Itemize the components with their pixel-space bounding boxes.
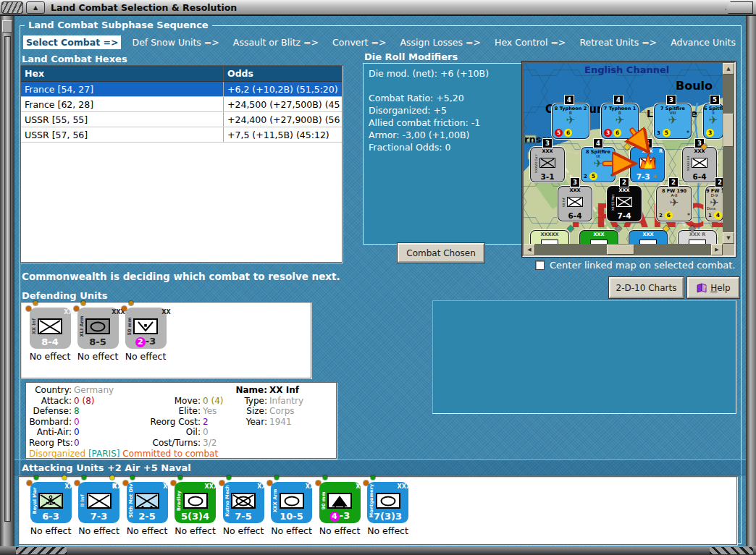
unit-effect-label: No effect — [269, 525, 315, 536]
subphase-step-2[interactable]: Def Snow Units => — [130, 35, 222, 49]
defending-unit-counter-1[interactable]: XX InfXXX8-4 — [30, 308, 71, 349]
attacking-unit-counter-3[interactable]: 50th Mot DivXX2-5 — [127, 482, 168, 523]
attacking-unit-counter-1[interactable]: Royal MarXXX6-3 — [30, 482, 72, 523]
unit-effect-label: No effect — [365, 525, 411, 536]
window-menu-icon[interactable] — [1, 1, 23, 14]
subphase-step-7[interactable]: Retreat Units => — [576, 35, 660, 49]
status-dot — [227, 475, 231, 480]
subphase-step-4[interactable]: Convert => — [329, 35, 389, 49]
unit-inf-symbol-icon — [567, 197, 583, 207]
unit-strength: 7(3)3 — [367, 511, 408, 522]
scroll-right-button[interactable]: ▶ — [711, 244, 723, 255]
odds-cell: +24,500 (+27,500B) (45 — [224, 97, 342, 111]
map-counter-partial-1[interactable]: XXXXX — [531, 231, 568, 244]
unit-motinf-symbol-icon — [135, 493, 159, 509]
subphase-step-5[interactable]: Assign Losses => — [398, 35, 484, 49]
attacking-unit-counter-6[interactable]: XXX ArmXXX10-5 — [271, 482, 312, 523]
subphase-step-8[interactable]: Advance Units — [668, 35, 739, 49]
hex-table-row-3[interactable]: USSR [55, 55]+24,400 (+27,900B) (56 — [21, 112, 342, 127]
status-dot — [34, 475, 38, 480]
horizontal-scroll-thumb[interactable] — [607, 245, 634, 255]
drm-line-6: Armor: -3,00 (+1,00B) — [369, 129, 522, 141]
stack-count-badge: 5 — [643, 139, 652, 148]
scroll-up-button[interactable]: ▲ — [723, 63, 734, 75]
drm-line-7: Fractional Odds: 0 — [369, 141, 522, 153]
titlebar[interactable]: ▲ Land Combat Selection & Resolution — [0, 0, 756, 16]
map-counter-6[interactable]: 8 SpitfireIX✈25* — [581, 148, 615, 182]
info-value: 0 — [74, 427, 140, 438]
info-label: Bombard: — [29, 417, 74, 428]
attacking-unit-counter-7[interactable]: 90 mmXX4-3 — [319, 482, 361, 523]
status-dot — [323, 475, 327, 480]
info-label: Year: — [235, 417, 269, 428]
unit-size-label: XXX — [629, 232, 667, 237]
column-header-hex[interactable]: Hex — [21, 66, 224, 81]
subphase-step-3[interactable]: Assault or Blitz => — [230, 35, 322, 49]
vertical-scroll-thumb[interactable] — [723, 114, 734, 147]
hex-table-row-2[interactable]: France [62, 28]+24,500 (+27,500B) (45 — [21, 97, 342, 112]
defending-unit-counter-2[interactable]: XLI ArmXXX8-5 — [77, 308, 119, 349]
column-header-odds[interactable]: Odds — [224, 66, 342, 81]
map-horizontal-scrollbar[interactable]: ◀▶ — [524, 244, 723, 255]
airplane-icon: ✈ — [657, 198, 692, 208]
air-rating-chip: 4 — [714, 211, 722, 219]
status-dot — [178, 475, 182, 480]
attacking-unit-counter-8[interactable]: MontgomeryXXXXX7(3)3 — [367, 482, 408, 523]
info-value: 0 — [203, 427, 235, 438]
attacking-unit-counter-4[interactable]: BradleyXXXXX5(3)4 — [175, 482, 216, 523]
map-counter-1[interactable]: 8 Typhoon 2B✈56 — [553, 104, 589, 138]
defending-unit-counter-3[interactable]: 50 mmXX2-3 — [125, 308, 167, 349]
charts-button[interactable]: 2-D-10 Charts — [609, 277, 684, 298]
map-vertical-scrollbar[interactable]: ▲▼ — [723, 63, 734, 244]
map-counter-2[interactable]: 7 Typhoon 1B✈36 — [602, 104, 638, 138]
map-counter-partial-3[interactable]: XXX — [629, 231, 667, 244]
subphase-step-1[interactable]: Select Combat => — [23, 35, 121, 49]
subphase-step-6[interactable]: Hex Control => — [492, 35, 568, 49]
hex-table-row-4[interactable]: USSR [57, 56]+7,5 (+11,5B) (45:12) — [21, 127, 342, 143]
unit-strength: 8-4 — [30, 336, 71, 347]
hex-table-row-1[interactable]: France [54, 27]+6,2 (+10,2B) (51,5:20) — [21, 82, 342, 97]
status-dot — [123, 480, 128, 486]
map-counter-11[interactable]: 8 FW 190A-8✈26* — [657, 187, 692, 221]
linked-map[interactable]: English ChannelBouloCherbourgrnseyJerseL… — [522, 62, 736, 257]
scroll-left-button[interactable]: ◀ — [524, 244, 535, 255]
help-button[interactable]: ? Help — [687, 277, 739, 298]
air-rating-number: 3 — [657, 130, 660, 136]
subphase-group-label: Land Combat Subphase Sequence — [25, 20, 212, 30]
combat-chosen-button[interactable]: Combat Chosen — [398, 243, 484, 263]
center-map-checkbox[interactable] — [535, 260, 545, 270]
map-counter-7[interactable]: XXXR7-3 — [631, 148, 664, 182]
map-counter-9[interactable]: XXXXII Inf6-4 — [558, 187, 592, 221]
map-counter-3[interactable]: 7 SpitfireVIII✈35* — [655, 104, 691, 138]
map-counter-5[interactable]: XXXXXXVII Garr3-1 — [531, 148, 564, 182]
map-counter-8[interactable]: XXXXXXIII Inf6-4 — [683, 148, 716, 182]
unit-status-2: [PARIS] — [85, 449, 119, 459]
map-counter-10[interactable]: XXXXII SS Mot7-4 — [608, 187, 641, 221]
unit-corner-flag: R — [659, 148, 663, 154]
map-counter-4[interactable]: 6 SpitfirII✈3 — [704, 104, 723, 138]
window-frame-right — [746, 16, 756, 546]
air-unit-ratings: 26 — [659, 211, 673, 219]
status-dot — [110, 475, 114, 480]
scrollbar-corner — [723, 244, 734, 255]
attacking-unit-counter-2[interactable]: II InfXXXR7-3 — [78, 482, 119, 523]
map-counter-12[interactable]: 9 FW 19D-9✈14Dora — [706, 187, 723, 221]
scroll-down-button[interactable]: ▼ — [723, 232, 734, 244]
status-dot — [26, 306, 31, 311]
map-counter-partial-2[interactable]: XXX — [580, 231, 618, 244]
airplane-icon: ✈ — [704, 115, 723, 126]
map-counter-partial-4[interactable]: XXX R — [679, 231, 716, 244]
help-book-icon: ? — [696, 283, 707, 293]
unit-aa-symbol-icon — [327, 493, 352, 509]
defending-units-title: Defending Units — [22, 290, 107, 301]
attacking-unit-counter-5[interactable]: Kutno MechXXX7-5 — [223, 482, 264, 523]
unit-strength: 10-5 — [271, 511, 312, 522]
status-dot — [371, 475, 375, 480]
window-close-button[interactable] — [726, 1, 753, 14]
window-shade-button[interactable]: ▲ — [26, 1, 45, 14]
unit-strength: 3-1 — [531, 172, 564, 181]
unit-strength: 7-5 — [223, 511, 264, 522]
map-viewport[interactable]: English ChannelBouloCherbourgrnseyJerseL… — [524, 63, 723, 244]
unit-effect-label: No effect — [75, 351, 121, 362]
center-map-row: Center linked map on selected combat. — [535, 260, 735, 271]
